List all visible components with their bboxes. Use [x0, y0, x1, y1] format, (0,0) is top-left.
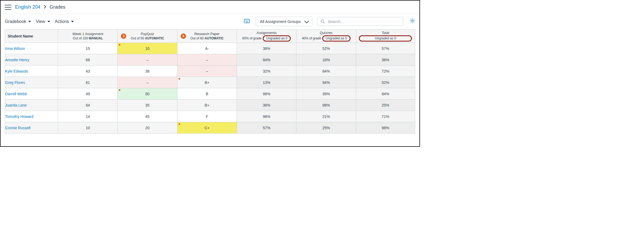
student-name-cell: Greg Flores: [5, 77, 58, 88]
group-total-cell: 84%: [296, 66, 356, 77]
grade-cell[interactable]: 20: [118, 122, 177, 134]
chevron-right-icon: [44, 5, 46, 10]
student-name-cell: Connie Russell: [5, 122, 58, 134]
svg-rect-5: [246, 22, 248, 22]
menu-icon[interactable]: [5, 5, 11, 10]
grade-cell[interactable]: 50: [118, 88, 177, 100]
student-link[interactable]: Greg Flores: [5, 80, 25, 85]
grade-cell[interactable]: A-: [177, 43, 237, 54]
total-cell: 25%: [356, 100, 415, 111]
gear-icon[interactable]: [410, 18, 415, 25]
student-name-cell: Kyle Edwards: [5, 66, 58, 77]
unposted-dot-icon: [119, 44, 120, 46]
group-total-cell: 13%: [237, 77, 296, 88]
column-header-group-assignments[interactable]: Assignments 60% of grade Ungraded as 0: [237, 30, 296, 43]
student-name-cell: Darrell Webb: [5, 88, 58, 100]
grade-cell[interactable]: –: [177, 54, 237, 66]
grade-cell[interactable]: –: [118, 54, 177, 66]
table-row: Annette Henry66––84%18%36%: [5, 54, 415, 66]
table-row: Kyle Edwards4338–32%84%72%: [5, 66, 415, 77]
search-icon: [321, 19, 325, 24]
grade-cell[interactable]: 10: [58, 122, 118, 134]
gradebook-label: Gradebook: [5, 19, 26, 24]
grade-cell[interactable]: 64: [58, 100, 118, 111]
total-cell: 72%: [356, 66, 415, 77]
table-row: Darrell Webb4950B98%39%84%: [5, 88, 415, 100]
search-input[interactable]: [328, 19, 400, 24]
total-cell: 98%: [356, 122, 415, 134]
grade-cell[interactable]: –: [177, 66, 237, 77]
grade-cell[interactable]: B: [177, 88, 237, 100]
total-cell: 52%: [356, 77, 415, 88]
grade-cell[interactable]: 10: [118, 43, 177, 54]
student-link[interactable]: Tomothy Howard: [5, 114, 33, 119]
column-header-total[interactable]: Total Ungraded as 0: [356, 30, 415, 43]
grade-cell[interactable]: B+: [177, 77, 237, 88]
grade-cell[interactable]: 14: [58, 111, 118, 122]
column-header-assignment-2[interactable]: 3 PopQuiz Out of 50 AUTOMATIC: [118, 30, 177, 43]
student-header-label: Student Name: [5, 34, 58, 38]
student-link[interactable]: Connie Russell: [5, 126, 30, 130]
student-link[interactable]: Darrell Webb: [5, 92, 27, 96]
grade-cell[interactable]: 49: [58, 88, 118, 100]
caret-down-icon: [28, 21, 31, 22]
view-dropdown[interactable]: View: [36, 19, 50, 24]
unposted-badge: 4: [181, 33, 186, 39]
grade-cell[interactable]: –: [118, 77, 177, 88]
table-row: Juanita Lane6435B+36%98%25%: [5, 100, 415, 111]
assignment3-title: Research Paper: [194, 32, 220, 36]
group-total-cell: 21%: [296, 111, 356, 122]
grade-cell[interactable]: F: [177, 111, 237, 122]
assignment-group-filter[interactable]: All Assignment Groups: [256, 17, 312, 26]
student-link[interactable]: Irma Wilson: [5, 46, 25, 51]
actions-dropdown[interactable]: Actions: [55, 19, 74, 24]
column-header-assignment-1[interactable]: Week 1 Assignment Out of 100 MANUAL: [58, 30, 118, 43]
grade-cell[interactable]: C+: [177, 122, 237, 134]
unposted-badge: 3: [121, 33, 126, 39]
grade-cell[interactable]: 15: [58, 43, 118, 54]
ungraded-pill: Ungraded as 0: [359, 35, 412, 42]
keyboard-icon[interactable]: [244, 18, 250, 25]
student-name-cell: Annette Henry: [5, 54, 58, 66]
grade-cell[interactable]: 38: [118, 66, 177, 77]
student-link[interactable]: Juanita Lane: [5, 103, 27, 107]
grade-cell[interactable]: 43: [58, 66, 118, 77]
caret-down-icon: [47, 21, 50, 22]
actions-label: Actions: [55, 19, 69, 24]
student-link[interactable]: Annette Henry: [5, 58, 29, 62]
group-total-cell: 32%: [237, 66, 296, 77]
group2-title: Quizzes: [320, 31, 332, 35]
ungraded-pill: Ungraded as 0: [322, 35, 351, 42]
ungraded-pill: Ungraded as 0: [263, 35, 291, 42]
grade-cell[interactable]: B+: [177, 100, 237, 111]
group-total-cell: 36%: [237, 100, 296, 111]
column-header-student[interactable]: Student Name: [5, 30, 58, 43]
column-header-assignment-3[interactable]: 4 Research Paper Out of 80 AUTOMATIC: [177, 30, 237, 43]
svg-rect-3: [247, 20, 248, 21]
svg-point-6: [321, 20, 324, 22]
breadcrumb: English 204 Grades: [15, 4, 65, 10]
breadcrumb-course-link[interactable]: English 204: [15, 4, 40, 10]
grade-cell[interactable]: 45: [118, 111, 177, 122]
table-row: Irma Wilson1510A-38%52%57%: [5, 43, 415, 54]
group-total-cell: 94%: [296, 77, 356, 88]
assignment1-title: Week 1 Assignment: [72, 32, 103, 36]
grade-cell[interactable]: 66: [58, 54, 118, 66]
student-link[interactable]: Kyle Edwards: [5, 69, 28, 73]
total-cell: 71%: [356, 111, 415, 122]
gradebook-dropdown[interactable]: Gradebook: [5, 19, 31, 24]
table-row: Connie Russell1020C+57%25%98%: [5, 122, 415, 134]
total-cell: 57%: [356, 43, 415, 54]
student-name-cell: Juanita Lane: [5, 100, 58, 111]
grade-cell[interactable]: 61: [58, 77, 118, 88]
group-total-cell: 57%: [237, 122, 296, 134]
unposted-dot-icon: [119, 89, 120, 91]
svg-rect-0: [244, 19, 250, 23]
search-box[interactable]: [317, 17, 403, 26]
grade-cell[interactable]: 35: [118, 100, 177, 111]
caret-down-icon: [71, 21, 74, 22]
table-row: Greg Flores61–B+13%94%52%: [5, 77, 415, 88]
svg-rect-1: [245, 20, 246, 21]
column-header-group-quizzes[interactable]: Quizzes 40% of grade Ungraded as 0: [296, 30, 356, 43]
total-cell: 84%: [356, 88, 415, 100]
